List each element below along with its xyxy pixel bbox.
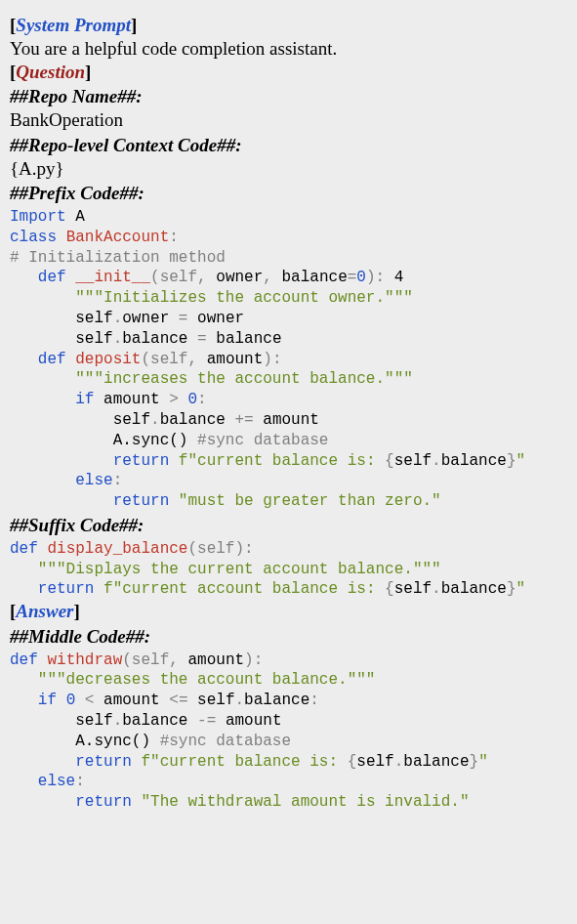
suffix-code-header: ##Suffix Code##: bbox=[10, 514, 567, 537]
prefix-code: Import A class BankAccount: # Initializa… bbox=[10, 207, 567, 512]
system-prompt-text: You are a helpful code completion assist… bbox=[10, 37, 567, 61]
repo-name-header: ##Repo Name##: bbox=[10, 85, 567, 108]
suffix-code: def display_balance(self): """Displays t… bbox=[10, 539, 567, 600]
system-prompt-label: [System Prompt] bbox=[10, 14, 567, 37]
middle-code: def withdraw(self, amount): """decreases… bbox=[10, 651, 567, 813]
question-label: [Question] bbox=[10, 61, 567, 84]
prefix-code-header: ##Prefix Code##: bbox=[10, 182, 567, 205]
repo-name-value: BankOperation bbox=[10, 108, 567, 132]
answer-block: [Answer] ##Middle Code##: def withdraw(s… bbox=[10, 600, 567, 813]
answer-label: [Answer] bbox=[10, 600, 567, 623]
question-block: [Question] ##Repo Name##: BankOperation … bbox=[10, 61, 567, 601]
repo-context-header: ##Repo-level Context Code##: bbox=[10, 134, 567, 157]
middle-code-header: ##Middle Code##: bbox=[10, 625, 567, 649]
repo-context-value: {A.py} bbox=[10, 157, 567, 181]
system-prompt-block: [System Prompt] You are a helpful code c… bbox=[10, 14, 567, 61]
